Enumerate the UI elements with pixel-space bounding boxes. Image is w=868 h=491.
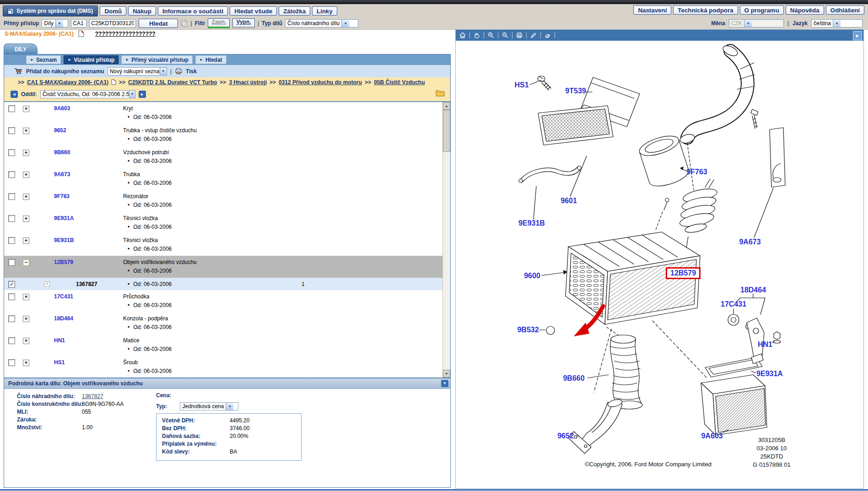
expand-icon[interactable]: + [23,360,29,366]
prefix-input[interactable] [71,19,86,27]
row-checkbox[interactable] [8,337,15,344]
expand-icon[interactable]: + [23,338,29,344]
part-number-link[interactable]: 1367827 [82,393,103,399]
diagram-label-9e931b[interactable]: 9E931B [518,219,545,227]
direct-access-select[interactable]: Díly▼ [42,19,68,27]
row-checkbox[interactable] [8,171,15,178]
expand-icon[interactable]: + [44,281,50,287]
table-subrow-1367827[interactable]: ✓+1367827•Od: 06-03-20061 [4,278,442,291]
menu-hledat-v-ude[interactable]: Hledat všude [230,6,277,16]
part-code-link[interactable]: 9B660 [54,149,70,156]
row-checkbox[interactable] [8,315,15,322]
price-type-select[interactable]: Jednotková cena▼ [180,402,238,410]
document-red-corner-icon[interactable] [78,30,84,37]
diagram-label-hs1[interactable]: HS1 [514,81,528,89]
part-code-link[interactable]: 9A673 [54,171,70,178]
menu-o-programu[interactable]: O programu [740,5,784,15]
part-code-link[interactable]: 12B579 [54,259,73,265]
table-row-9E931B[interactable]: +9E931BTěsnicí vložka•Od: 06-03-2006 [4,234,442,256]
diagram-label-9652[interactable]: 9652 [557,432,574,440]
diagram-label-17c431[interactable]: 17C431 [721,300,746,308]
row-checkbox[interactable] [8,127,15,134]
part-code-link[interactable]: 9A603 [54,105,70,112]
collapse-icon[interactable]: − [23,259,29,266]
view-button-seznam[interactable]: ►Seznam [26,55,61,64]
diagram-label-9a603[interactable]: 9A603 [701,432,722,440]
diagram-label-hn1[interactable]: HN1 [758,340,772,349]
print-diagram-icon[interactable] [512,30,526,41]
part-type-select[interactable]: Číslo náhradního dílu▼ [285,19,358,27]
row-checkbox[interactable] [8,359,15,366]
row-checkbox[interactable] [8,149,15,156]
home-icon[interactable] [456,30,469,41]
part-code-link[interactable]: 9652 [54,127,66,134]
section-prev-button[interactable]: ◄ [11,91,18,98]
copy-icon[interactable] [181,20,188,27]
table-row-9E931A[interactable]: +9E931ATěsnicí vložka•Od: 06-03-2006 [4,212,442,234]
section-select[interactable]: Čistič Vzduchu, Od: 06-03-2006 2.5L Dura… [40,90,135,98]
row-checkbox[interactable] [8,237,15,244]
row-checkbox[interactable] [8,215,15,222]
folder-icon[interactable] [436,90,445,97]
expand-icon[interactable]: + [23,316,29,322]
diagram-label-9b660[interactable]: 9B660 [563,374,584,383]
print-button[interactable]: Tisk [186,68,197,75]
unknown-placeholder-link[interactable]: ?????????????????? [95,31,156,37]
app-brand-button[interactable]: Systém pro správu dat (DMS) [3,5,98,16]
menu-informace-o-sou-sti[interactable]: Informace o součásti [158,6,228,16]
diagram-label-9600[interactable]: 9600 [524,272,540,280]
add-to-shopping-list-button[interactable]: Přidat do nákupního seznamu [26,68,104,75]
part-code-link[interactable]: 9E931B [54,237,74,243]
collapse-detail-button[interactable]: ▼ [441,380,448,387]
breadcrumb-item-0312-p-vod-vzduchu-do-motoru[interactable]: 0312 Přívod vzduchu do motoru [279,79,362,86]
menu-nastaven[interactable]: Nastavení [633,5,671,15]
expand-icon[interactable]: + [23,106,29,112]
shopping-list-select[interactable]: Nový nákupní seznam▼ [108,67,167,76]
eraser-icon[interactable] [541,30,555,41]
expand-icon[interactable]: + [23,294,29,300]
view-button-vizu-ln-p-stup[interactable]: ►Vizuální přístup [64,55,119,64]
search-input[interactable] [89,19,136,27]
language-select[interactable]: čeština▼ [811,19,863,27]
pan-hand-icon[interactable] [470,30,484,41]
table-row-9F763[interactable]: +9F763Rezonátor•Od: 06-03-2006 [4,190,442,212]
row-checkbox[interactable] [8,193,15,200]
part-code-link[interactable]: HS1 [54,359,65,366]
table-row-17C431[interactable]: +17C431Průchodka•Od: 06-03-2006 [4,290,442,313]
expand-icon[interactable]: + [23,150,29,156]
row-checkbox[interactable] [8,293,15,300]
breadcrumb-item-ca1-s-max-galaxy-2006-ca1[interactable]: CA1 S-MAX/Galaxy 2006- (CA1) [27,79,108,86]
table-row-12B579[interactable]: −12B579Objem vstřikovaného vzduchu•Od: 0… [4,256,442,278]
table-row-9B660[interactable]: +9B660Vzduchové potrubí•Od: 06-03-2006 [4,146,442,168]
table-scrollbar[interactable]: ▲ ▼ [442,102,450,378]
row-checkbox[interactable]: ✓ [8,281,15,288]
expand-panel-button[interactable]: ▶ [853,31,862,40]
menu-dom[interactable]: Domů [100,6,126,16]
menu-n-pov-da[interactable]: Nápověda [786,5,824,15]
tab-dily[interactable]: DÍLY [4,43,38,54]
part-code-link[interactable]: 17C431 [54,293,73,300]
diagram-label-9f763[interactable]: 9F763 [686,168,707,176]
search-button[interactable]: Hledat [139,19,178,28]
row-checkbox[interactable] [8,259,15,266]
diagram-label-18d464[interactable]: 18D464 [740,286,766,294]
expand-icon[interactable]: + [23,128,29,134]
menu-linky[interactable]: Linky [312,6,337,16]
section-next-button[interactable]: ► [139,91,146,98]
part-code-link[interactable]: 9E931A [54,215,74,221]
scroll-down-button[interactable]: ▼ [443,370,450,378]
menu-n-kup[interactable]: Nákup [128,6,156,16]
table-row-18D464[interactable]: +18D464Konzola - podpěra•Od: 06-03-2006 [4,312,442,335]
expand-icon[interactable]: + [23,194,29,200]
diagram-label-9t539[interactable]: 9T539 [565,87,586,95]
expand-icon[interactable]: + [23,237,29,244]
scroll-up-button[interactable]: ▲ [443,102,450,110]
diagram-label-9b532[interactable]: 9B532 [517,326,539,334]
table-row-9652[interactable]: +9652Trubka - vstup čističe vzduchu•Od: … [4,124,442,146]
breadcrumb-item-05b-isti-vzduchu[interactable]: 05B Čistič Vzduchu [374,79,425,86]
table-row-HS1[interactable]: +HS1Šroub•Od: 06-03-2006 [4,356,442,378]
breadcrumb-item-c25kdtd-2-5l-duratec-vct-turbo[interactable]: C25KDTD 2.5L Duratec VCT Turbo [128,79,217,86]
zoom-out-icon[interactable] [498,30,512,41]
table-row-HN1[interactable]: +HN1Matice•Od: 06-03-2006 [4,334,442,356]
menu-technick-podpora[interactable]: Technická podpora [673,5,738,15]
